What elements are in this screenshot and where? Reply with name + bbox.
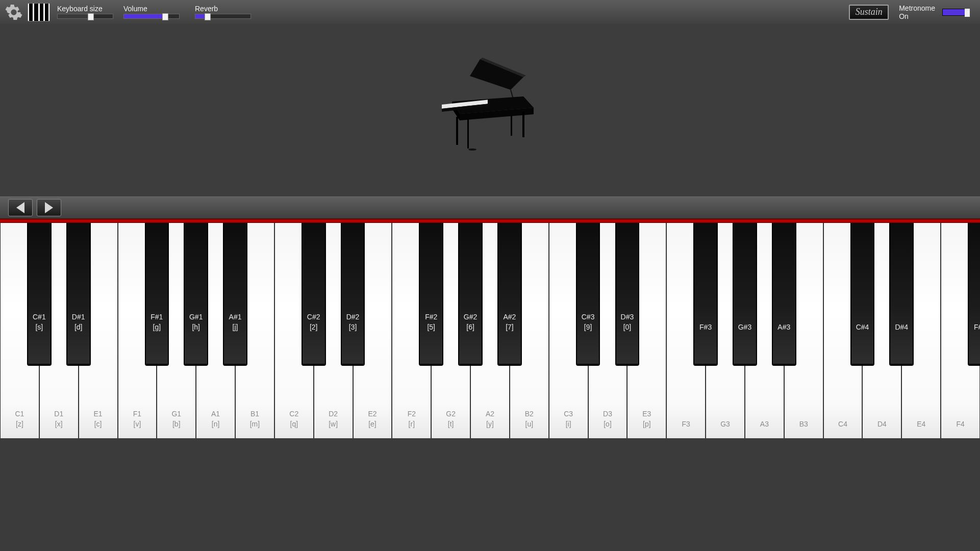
reverb-label: Reverb — [195, 5, 251, 12]
white-key-label: A3 — [745, 419, 784, 429]
arrow-left-icon — [16, 202, 24, 213]
metronome-label: Metronome — [899, 4, 935, 12]
white-key-label: E4 — [902, 419, 940, 429]
keyboard-view-button[interactable] — [28, 3, 50, 21]
reverb-control: Reverb — [195, 5, 251, 19]
white-key-label: D1[x] — [40, 409, 78, 429]
keyboard-felt — [0, 219, 980, 223]
white-key-label: B3 — [785, 419, 823, 429]
white-key-label: E3[p] — [627, 409, 666, 429]
black-key-label: A#1[j] — [224, 312, 246, 332]
black-key-label: D#1[d] — [67, 312, 90, 332]
black-key-Gs2[interactable]: G#2[6] — [458, 223, 483, 366]
black-key-label: D#2[3] — [342, 312, 364, 332]
white-key-label: A1[n] — [196, 409, 235, 429]
arrow-right-icon — [45, 202, 53, 213]
black-key-label: A#2[7] — [498, 312, 521, 332]
black-key-Ds4[interactable]: D#4 — [889, 223, 914, 366]
white-key-label: F1[v] — [118, 409, 157, 429]
black-key-Gs3[interactable]: G#3 — [733, 223, 757, 366]
black-key-Gs1[interactable]: G#1[h] — [184, 223, 208, 366]
svg-point-12 — [468, 148, 476, 151]
black-key-label: G#2[6] — [459, 312, 482, 332]
black-key-label: G#3 — [734, 322, 756, 332]
black-key-Fs1[interactable]: F#1[g] — [145, 223, 169, 366]
white-key-label: C1[z] — [1, 409, 39, 429]
black-key-label: C#2[2] — [303, 312, 325, 332]
white-key-label: D3[o] — [589, 409, 627, 429]
black-key-label: D#3[0] — [616, 312, 639, 332]
sustain-button[interactable]: Sustain — [849, 5, 889, 20]
black-key-label: D#4 — [890, 322, 913, 332]
top-toolbar: Keyboard size Volume Reverb Sustain Metr… — [0, 0, 980, 24]
svg-rect-11 — [511, 115, 512, 136]
black-key-Cs1[interactable]: C#1[s] — [27, 223, 52, 366]
right-controls: Sustain Metronome On — [849, 0, 980, 24]
black-key-label: C#1[s] — [28, 312, 51, 332]
white-key-label: F4 — [941, 419, 979, 429]
grand-piano-icon — [432, 52, 549, 154]
white-key-label: C4 — [824, 419, 862, 429]
gear-icon — [5, 4, 22, 21]
black-key-Fs3[interactable]: F#3 — [693, 223, 718, 366]
instrument-display — [0, 24, 980, 196]
volume-slider[interactable] — [123, 14, 180, 19]
keyboard-size-control: Keyboard size — [57, 5, 113, 19]
black-key-As1[interactable]: A#1[j] — [223, 223, 247, 366]
black-key-As2[interactable]: A#2[7] — [497, 223, 522, 366]
octave-left-button[interactable] — [8, 199, 33, 216]
nav-row — [0, 196, 980, 219]
settings-button[interactable] — [3, 2, 24, 23]
black-key-label: C#4 — [851, 322, 874, 332]
white-key-label: B1[m] — [236, 409, 274, 429]
svg-rect-10 — [467, 119, 469, 148]
svg-rect-9 — [522, 112, 524, 137]
white-key-label: C3[i] — [549, 409, 588, 429]
white-key-label: D2[w] — [314, 409, 353, 429]
white-key-label: D4 — [863, 419, 901, 429]
black-key-label: F#4 — [969, 322, 980, 332]
metronome-label-group: Metronome On — [899, 4, 935, 20]
keyboard-size-slider[interactable] — [57, 14, 113, 19]
black-key-label: A#3 — [773, 322, 795, 332]
white-key-label: B2[u] — [510, 409, 548, 429]
black-key-label: G#1[h] — [185, 312, 207, 332]
black-key-Fs4[interactable]: F#4 — [968, 223, 980, 366]
black-key-Cs3[interactable]: C#3[9] — [576, 223, 600, 366]
keyboard-size-label: Keyboard size — [57, 5, 113, 12]
keyboard: C1[z]D1[x]E1[c]F1[v]G1[b]A1[n]B1[m]C2[q]… — [0, 219, 980, 438]
black-key-Ds2[interactable]: D#2[3] — [341, 223, 365, 366]
white-key-label: G3 — [706, 419, 744, 429]
metronome-state: On — [899, 12, 935, 20]
reverb-slider[interactable] — [195, 14, 251, 19]
black-key-label: F#3 — [694, 322, 717, 332]
black-key-Ds1[interactable]: D#1[d] — [66, 223, 91, 366]
white-key-label: A2[y] — [471, 409, 509, 429]
black-key-label: C#3[9] — [577, 312, 599, 332]
black-key-Fs2[interactable]: F#2[5] — [419, 223, 443, 366]
black-key-Cs4[interactable]: C#4 — [850, 223, 875, 366]
white-key-label: E1[c] — [79, 409, 117, 429]
volume-control: Volume — [123, 5, 180, 19]
white-key-label: F2[r] — [392, 409, 431, 429]
white-key-label: C2[q] — [275, 409, 313, 429]
white-key-label: F3 — [667, 419, 705, 429]
octave-right-button[interactable] — [37, 199, 61, 216]
metronome-slider[interactable] — [942, 9, 970, 16]
volume-label: Volume — [123, 5, 180, 12]
black-key-label: F#2[5] — [420, 312, 442, 332]
svg-rect-8 — [456, 117, 458, 145]
black-key-label: F#1[g] — [146, 312, 168, 332]
white-key-label: E2[e] — [354, 409, 392, 429]
white-key-label: G1[b] — [157, 409, 195, 429]
black-key-Cs2[interactable]: C#2[2] — [301, 223, 326, 366]
black-key-Ds3[interactable]: D#3[0] — [615, 223, 640, 366]
white-key-label: G2[t] — [432, 409, 470, 429]
black-key-As3[interactable]: A#3 — [772, 223, 796, 366]
